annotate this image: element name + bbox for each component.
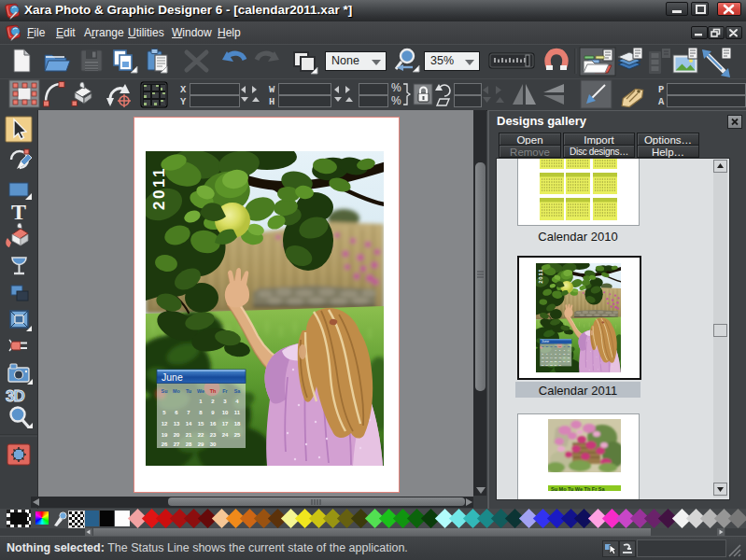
svg-text:%: % <box>391 81 401 94</box>
svg-text:3D: 3D <box>6 387 24 405</box>
svg-text:T: T <box>11 200 26 224</box>
svg-text:%: % <box>391 94 401 107</box>
svg-text:Su Mo Tu We Th Fr Sa: Su Mo Tu We Th Fr Sa <box>551 486 605 492</box>
